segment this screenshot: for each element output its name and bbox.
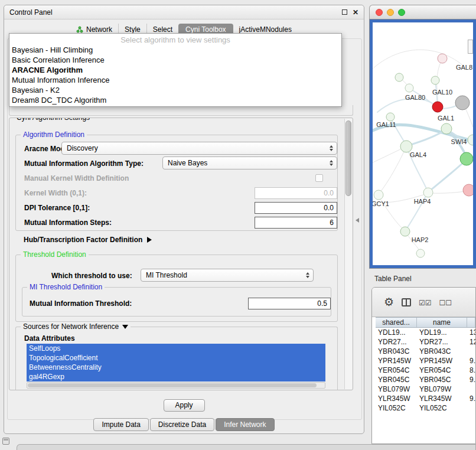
column-header-shared-name[interactable]: shared... [376,318,417,327]
node-pink[interactable] [463,184,473,196]
dropdown-item[interactable]: Bayesian - Hill Climbing [9,45,341,55]
node-gcy1[interactable] [374,190,383,200]
dpi-tolerance-input[interactable]: 0.0 [255,202,337,214]
gear-icon[interactable] [384,295,394,309]
attribute-item[interactable]: BetweennessCentrality [27,363,325,372]
mi-algorithm-type-value: Naive Bayes [168,159,207,167]
table-row[interactable]: YBR045C YBR045C 9. [376,375,475,384]
cell[interactable]: YBL079W [376,384,417,394]
cell[interactable]: YIL052C [376,403,417,413]
select-all-columns-icon[interactable] [419,297,432,308]
float-window-icon[interactable] [342,9,347,15]
cell[interactable]: 9. [467,356,475,366]
dropdown-item[interactable]: Mutual Information Inference [9,75,341,85]
cell[interactable]: YER054C [417,366,467,375]
cell[interactable]: YER054C [376,366,417,375]
attribute-item[interactable]: SelfLoops [27,344,325,353]
attribute-item[interactable]: gal4RGexp [27,372,325,381]
collapse-panel-icon[interactable] [2,438,9,445]
mi-algorithm-type-combobox[interactable]: Naive Bayes [162,156,337,169]
node-green[interactable] [460,152,473,165]
panel-splitter-collapse-icon[interactable] [356,218,359,223]
dropdown-item-selected[interactable]: ARACNE Algorithm [9,65,341,75]
which-threshold-combobox[interactable]: MI Threshold [141,269,314,282]
cell[interactable]: YBR043C [376,347,417,356]
tab-impute-data[interactable]: Impute Data [93,418,148,431]
zoom-traffic-light[interactable] [398,9,405,16]
node-gal10-selected[interactable] [432,102,443,112]
cell[interactable]: 13 [467,328,475,337]
cell[interactable]: YBR043C [417,347,467,356]
scrollbar-thumb[interactable] [345,120,351,196]
cell[interactable]: YBL079W [417,384,467,394]
cell[interactable] [467,384,475,394]
sources-group-title[interactable]: Sources for Network Inference [21,322,131,331]
network-vertical-scrollbar[interactable] [468,40,473,54]
cell[interactable]: YPR145W [417,356,467,366]
tab-discretize-data[interactable]: Discretize Data [150,418,214,431]
dropdown-item[interactable]: Bayesian - K2 [9,85,341,95]
cell[interactable]: YLR345W [376,394,417,403]
table-row[interactable]: YDR27... YDR27... 12 [376,337,475,347]
mi-threshold-input[interactable]: 0.5 [248,298,331,309]
cell[interactable] [467,347,475,356]
scrollbar-thumb[interactable] [28,383,317,387]
node-hap4[interactable] [423,188,433,197]
cell[interactable]: YIL052C [417,403,467,413]
node-gal80[interactable] [405,84,413,92]
tab-style-label: Style [125,25,141,34]
cyni-algorithm-settings-group: Cyni Algorithm Settings Algorithm Defini… [9,118,353,390]
table-row[interactable]: YBL079W YBL079W [376,384,475,394]
threshold-definition-group: Threshold Definition Which threshold to … [15,255,338,322]
attribute-item[interactable]: TopologicalCoefficient [27,353,325,363]
close-traffic-light[interactable] [376,9,383,16]
node[interactable] [438,54,447,63]
cell[interactable]: 8. [467,366,475,375]
cell[interactable] [467,403,475,413]
cell[interactable]: YDR27... [417,337,467,347]
cell[interactable]: YBR045C [376,375,417,384]
show-columns-icon[interactable] [402,298,411,306]
table-row[interactable]: YIL052C YIL052C [376,403,475,413]
apply-button[interactable]: Apply [164,399,205,412]
table-row[interactable]: YPR145W YPR145W 9. [376,356,475,366]
table-row[interactable]: YDL19... YDL19... 13 [376,328,475,337]
column-header-partial[interactable] [467,318,475,327]
deselect-all-columns-icon[interactable] [439,297,452,308]
minimize-traffic-light[interactable] [387,9,394,16]
node[interactable] [431,76,439,84]
node-gal4[interactable] [400,141,412,152]
node-gal1[interactable] [441,123,452,134]
node[interactable] [395,73,403,81]
node-gray[interactable] [455,96,470,110]
cell[interactable]: 12 [467,337,475,347]
cell[interactable]: YLR345W [417,394,467,403]
settings-vertical-scrollbar[interactable] [344,119,352,389]
node-hap2[interactable] [400,227,410,236]
cell[interactable]: YPR145W [376,356,417,366]
node-swi4[interactable] [468,135,473,145]
table-row[interactable]: YER054C YER054C 8. [376,366,475,375]
cell[interactable]: YDR27... [376,337,417,347]
mi-steps-input[interactable]: 6 [255,217,337,229]
kernel-width-label: Kernel Width (0,1): [24,189,87,197]
node-gal11[interactable] [386,113,395,121]
hub-transcription-factor-section[interactable]: Hub/Transcription Factor Definition [24,236,152,244]
control-panel-window: Control Panel Network Style Select [4,5,364,434]
network-canvas[interactable]: GAL8 GAL80 GAL10 GAL11 GAL1 SWI4 GAL4 GC… [373,22,473,265]
dropdown-item[interactable]: Basic Correlation Inference [9,55,341,65]
attributes-horizontal-scrollbar[interactable] [27,382,325,389]
dropdown-item[interactable]: Dream8 DC_TDC Algorithm [9,95,341,105]
cell[interactable]: YDL19... [417,328,467,337]
close-window-icon[interactable] [353,9,358,16]
node[interactable] [416,249,425,257]
aracne-mode-combobox[interactable]: Discovery [61,142,337,155]
cell[interactable]: YDL19... [376,328,417,337]
table-row[interactable]: YBR043C YBR043C [376,347,475,356]
cell[interactable]: 9. [467,375,475,384]
column-header-name[interactable]: name [417,318,467,327]
cell[interactable]: 9. [467,394,475,403]
table-row[interactable]: YLR345W YLR345W 9. [376,394,475,403]
cell[interactable]: YBR045C [417,375,467,384]
tab-infer-network[interactable]: Infer Network [216,418,274,431]
